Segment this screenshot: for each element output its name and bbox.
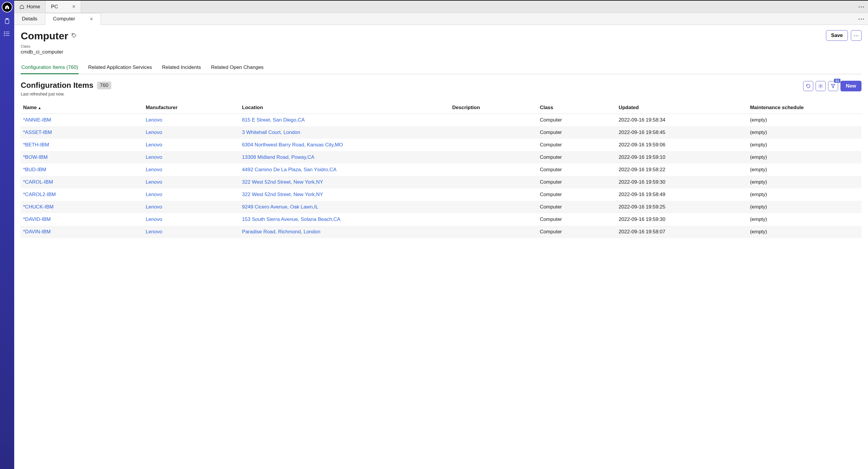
save-button[interactable]: Save — [826, 30, 848, 41]
cell-name[interactable]: *DAVIN-IBM — [21, 226, 143, 238]
cell-description — [450, 213, 538, 226]
cell-location[interactable]: 3 Whitehall Court, London — [240, 126, 450, 139]
cell-name[interactable]: *ASSET-IBM — [21, 126, 143, 139]
column-header-manufacturer[interactable]: Manufacturer — [143, 102, 240, 114]
svg-point-8 — [72, 34, 73, 35]
nav-home-button[interactable] — [2, 2, 12, 12]
cell-name[interactable]: *BETH-IBM — [21, 139, 143, 151]
cell-manufacturer[interactable]: Lenovo — [143, 213, 240, 226]
cell-updated: 2022-09-16 19:59:30 — [616, 176, 748, 188]
cell-manufacturer[interactable]: Lenovo — [143, 164, 240, 176]
cell-maintenance: (empty) — [747, 176, 862, 188]
clipboard-icon — [4, 18, 11, 25]
cell-name[interactable]: *CAROL2-IBM — [21, 188, 143, 201]
cell-description — [450, 126, 538, 139]
home-icon — [20, 4, 24, 9]
table-row[interactable]: *CHUCK-IBMLenovo9249 Cicero Avenue, Oak … — [21, 201, 862, 213]
record-tab-related-incidents[interactable]: Related Incidents — [161, 62, 201, 74]
cell-location[interactable]: 153 South Sierra Avenue, Solana Beach,CA — [240, 213, 450, 226]
cell-updated: 2022-09-16 19:59:06 — [616, 139, 748, 151]
page-title: Computer — [21, 30, 68, 42]
cell-class: Computer — [537, 226, 616, 238]
column-header-location[interactable]: Location — [240, 102, 450, 114]
cell-manufacturer[interactable]: Lenovo — [143, 201, 240, 213]
cell-class: Computer — [537, 164, 616, 176]
cell-manufacturer[interactable]: Lenovo — [143, 151, 240, 164]
cell-class: Computer — [537, 151, 616, 164]
cell-manufacturer[interactable]: Lenovo — [143, 176, 240, 188]
cell-name[interactable]: *BOW-IBM — [21, 151, 143, 164]
cell-manufacturer[interactable]: Lenovo — [143, 139, 240, 151]
column-header-maintenance[interactable]: Maintenance schedule — [747, 102, 862, 114]
table-row[interactable]: *DAVID-IBMLenovo153 South Sierra Avenue,… — [21, 213, 862, 226]
cell-name[interactable]: *DAVID-IBM — [21, 213, 143, 226]
top-tab-more-button[interactable]: ⋯ — [858, 3, 865, 11]
table-row[interactable]: *CAROL-IBMLenovo322 West 52nd Street, Ne… — [21, 176, 862, 188]
cell-updated: 2022-09-16 19:58:49 — [616, 188, 748, 201]
column-header-description[interactable]: Description — [450, 102, 538, 114]
record-tab-configuration-items[interactable]: Configuration Items (760) — [21, 62, 79, 74]
column-header-updated[interactable]: Updated — [616, 102, 748, 114]
table-row[interactable]: *CAROL2-IBMLenovo322 West 52nd Street, N… — [21, 188, 862, 201]
close-icon[interactable]: × — [72, 4, 75, 10]
cell-location[interactable]: 13308 Midland Road, Poway,CA — [240, 151, 450, 164]
nav-list-button[interactable] — [4, 30, 11, 37]
cell-location[interactable]: 322 West 52nd Street, New York,NY — [240, 188, 450, 201]
cell-maintenance: (empty) — [747, 114, 862, 127]
top-tab-home[interactable]: Home — [14, 1, 45, 13]
top-tab-label: PC — [51, 4, 58, 10]
cell-class: Computer — [537, 176, 616, 188]
cell-location[interactable]: 815 E Street, San Diego,CA — [240, 114, 450, 127]
cell-manufacturer[interactable]: Lenovo — [143, 126, 240, 139]
nav-clipboard-button[interactable] — [4, 18, 11, 25]
cell-manufacturer[interactable]: Lenovo — [143, 188, 240, 201]
tag-icon[interactable] — [71, 33, 77, 39]
cell-name[interactable]: *CAROL-IBM — [21, 176, 143, 188]
cell-description — [450, 164, 538, 176]
sub-tab-details[interactable]: Details — [14, 13, 45, 25]
refresh-button[interactable] — [803, 81, 813, 91]
table-row[interactable]: *BETH-IBMLenovo6304 Northwest Barry Road… — [21, 139, 862, 151]
settings-button[interactable] — [815, 81, 826, 91]
cell-description — [450, 151, 538, 164]
top-tab-pc[interactable]: PC × — [45, 1, 81, 13]
home-icon — [4, 4, 10, 10]
sub-tab-computer[interactable]: Computer × — [45, 13, 101, 25]
new-button[interactable]: New — [840, 81, 862, 91]
cell-location[interactable]: 322 West 52nd Street, New York,NY — [240, 176, 450, 188]
sub-tab-more-button[interactable]: ⋯ — [858, 15, 865, 23]
cell-updated: 2022-09-16 19:58:45 — [616, 126, 748, 139]
cell-manufacturer[interactable]: Lenovo — [143, 114, 240, 127]
nav-rail — [0, 0, 14, 469]
sub-tab-label: Details — [22, 16, 37, 22]
cell-updated: 2022-09-16 19:58:34 — [616, 114, 748, 127]
filter-button[interactable]: 11 — [828, 81, 838, 91]
cell-location[interactable]: Paradise Road, Richmond, London — [240, 226, 450, 238]
count-badge: 760 — [97, 81, 111, 89]
column-header-class[interactable]: Class — [537, 102, 616, 114]
table-row[interactable]: *BOW-IBMLenovo13308 Midland Road, Poway,… — [21, 151, 862, 164]
cell-class: Computer — [537, 126, 616, 139]
filter-icon — [830, 83, 836, 89]
column-header-name[interactable]: Name — [21, 102, 143, 114]
cell-maintenance: (empty) — [747, 139, 862, 151]
more-actions-button[interactable]: ⋯ — [851, 30, 862, 41]
record-tab-related-open-changes[interactable]: Related Open Changes — [211, 62, 265, 74]
svg-point-5 — [4, 32, 5, 32]
cell-name[interactable]: *ANNIE-IBM — [21, 114, 143, 127]
cell-location[interactable]: 6304 Northwest Barry Road, Kansas City,M… — [240, 139, 450, 151]
table-row[interactable]: *ASSET-IBMLenovo3 Whitehall Court, Londo… — [21, 126, 862, 139]
cell-location[interactable]: 4492 Camino De La Plaza, San Ysidro,CA — [240, 164, 450, 176]
table-row[interactable]: *BUD-IBMLenovo4492 Camino De La Plaza, S… — [21, 164, 862, 176]
cell-class: Computer — [537, 201, 616, 213]
table-row[interactable]: *ANNIE-IBMLenovo815 E Street, San Diego,… — [21, 114, 862, 127]
record-tab-related-app-services[interactable]: Related Application Services — [88, 62, 152, 74]
cell-name[interactable]: *CHUCK-IBM — [21, 201, 143, 213]
cell-updated: 2022-09-16 19:58:07 — [616, 226, 748, 238]
record-tab-bar: Configuration Items (760) Related Applic… — [21, 62, 862, 74]
cell-manufacturer[interactable]: Lenovo — [143, 226, 240, 238]
close-icon[interactable]: × — [90, 16, 93, 22]
table-row[interactable]: *DAVIN-IBMLenovoParadise Road, Richmond,… — [21, 226, 862, 238]
cell-location[interactable]: 9249 Cicero Avenue, Oak Lawn,IL — [240, 201, 450, 213]
cell-name[interactable]: *BUD-IBM — [21, 164, 143, 176]
